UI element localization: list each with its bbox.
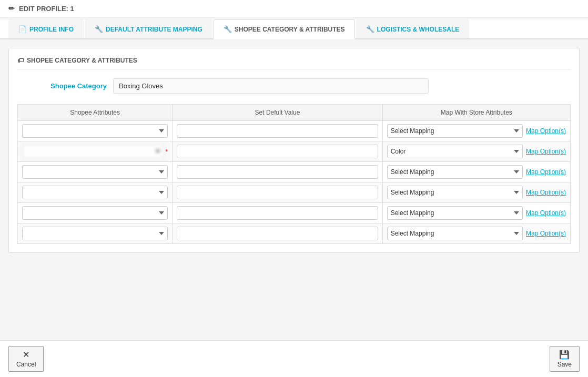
tab-default-attribute-mapping[interactable]: 🔧 DEFAULT ATTRIBUTE MAPPING [85,19,212,38]
cancel-icon: ✕ [23,350,29,360]
shopee-attribute-select-5[interactable] [22,206,168,220]
mapping-select-1[interactable]: Select Mapping [387,124,523,138]
category-row: Shopee Category [17,78,571,94]
attr-select-cell-4 [18,182,173,203]
default-value-input-4[interactable] [177,186,378,199]
category-input[interactable] [113,78,429,94]
shopee-category-icon: 🔧 [224,25,232,33]
profile-info-icon: 📄 [18,25,27,33]
cancel-button[interactable]: ✕ Cancel [8,346,44,372]
tab-profile-info[interactable]: 📄 PROFILE INFO [8,19,84,38]
card-header-title: SHOPEE CATEGORY & ATTRIBUTES [27,57,137,64]
default-value-input-1[interactable] [177,124,378,138]
map-options-link-1[interactable]: Map Option(s) [526,127,566,135]
col-set-default-value: Set Defult Value [173,105,382,121]
attributes-table: Shopee Attributes Set Defult Value Map W… [17,104,571,244]
shopee-attribute-select-4[interactable] [22,186,168,199]
page-title: EDIT PROFILE: 1 [19,5,74,13]
tabs-bar: 📄 PROFILE INFO 🔧 DEFAULT ATTRIBUTE MAPPI… [0,19,588,39]
page-header: ✏ EDIT PROFILE: 1 [0,0,588,17]
tab-profile-info-label: PROFILE INFO [29,26,74,33]
edit-icon: ✏ [8,4,15,13]
attr-select-cell-3 [18,162,173,182]
map-options-link-4[interactable]: Map Option(s) [526,189,566,196]
page-wrapper: ✏ EDIT PROFILE: 1 📄 PROFILE INFO 🔧 DEFAU… [0,0,588,377]
col-shopee-attributes: Shopee Attributes [18,105,173,121]
shopee-attribute-select-6[interactable] [22,227,168,240]
map-store-cell-2: ColorMap Option(s) [382,141,570,162]
mapping-select-2[interactable]: Color [387,145,523,158]
default-value-cell-3 [173,162,382,182]
tab-logistics-wholesale[interactable]: 🔧 LOGISTICS & WHOLESALE [356,19,470,38]
attr-select-cell-6 [18,223,173,244]
map-store-cell-4: Select MappingMap Option(s) [382,182,570,203]
map-options-link-6[interactable]: Map Option(s) [526,230,566,237]
save-button[interactable]: 💾 Save [550,346,580,372]
default-value-cell-1 [173,121,382,141]
default-value-input-6[interactable] [177,227,378,240]
tab-shopee-category-attributes-label: SHOPEE CATEGORY & ATTRIBUTES [235,26,345,33]
required-star-2: * [165,148,168,156]
shopee-attribute-select-3[interactable] [22,165,168,179]
map-store-cell-6: Select MappingMap Option(s) [382,223,570,244]
shopee-attribute-select-1[interactable] [22,124,168,138]
map-options-link-5[interactable]: Map Option(s) [526,209,566,217]
shopee-category-card: 🏷 SHOPEE CATEGORY & ATTRIBUTES Shopee Ca… [8,48,580,253]
default-value-cell-6 [173,223,382,244]
save-label: Save [557,361,572,368]
map-store-cell-5: Select MappingMap Option(s) [382,203,570,223]
default-mapping-icon: 🔧 [95,25,103,33]
category-label: Shopee Category [38,82,107,90]
map-options-link-3[interactable]: Map Option(s) [526,168,566,176]
main-content: 🏷 SHOPEE CATEGORY & ATTRIBUTES Shopee Ca… [0,39,588,340]
map-store-cell-1: Select MappingMap Option(s) [382,121,570,141]
default-value-cell-5 [173,203,382,223]
default-value-input-2[interactable] [177,145,378,158]
mapping-select-6[interactable]: Select Mapping [387,227,523,240]
attr-select-cell-5 [18,203,173,223]
attr-select-cell-1 [18,121,173,141]
col-map-with-store: Map With Store Attributes [382,105,570,121]
save-icon: 💾 [559,350,570,360]
mapping-select-4[interactable]: Select Mapping [387,186,523,199]
page-footer: ✕ Cancel 💾 Save [0,340,588,377]
card-header: 🏷 SHOPEE CATEGORY & ATTRIBUTES [17,57,571,70]
map-options-link-2[interactable]: Map Option(s) [526,148,566,155]
shopee-attribute-select-2[interactable] [22,145,164,158]
tab-default-attribute-mapping-label: DEFAULT ATTRIBUTE MAPPING [106,26,202,33]
default-value-cell-4 [173,182,382,203]
cancel-label: Cancel [16,361,36,368]
card-header-icon: 🏷 [17,57,24,64]
mapping-select-5[interactable]: Select Mapping [387,206,523,220]
default-value-cell-2 [173,141,382,162]
default-value-input-5[interactable] [177,206,378,220]
logistics-icon: 🔧 [366,25,374,33]
tab-shopee-category-attributes[interactable]: 🔧 SHOPEE CATEGORY & ATTRIBUTES [214,19,355,39]
tab-logistics-wholesale-label: LOGISTICS & WHOLESALE [377,26,460,33]
attr-select-cell-2: * [18,141,173,162]
default-value-input-3[interactable] [177,165,378,179]
map-store-cell-3: Select MappingMap Option(s) [382,162,570,182]
mapping-select-3[interactable]: Select Mapping [387,165,523,179]
